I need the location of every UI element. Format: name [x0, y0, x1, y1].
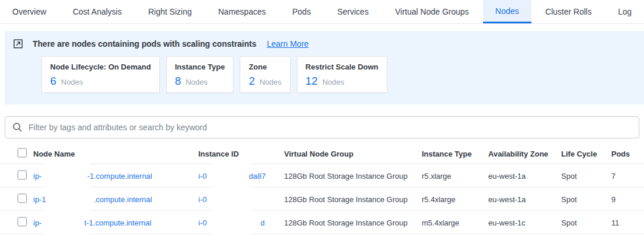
virtual-node-group-cell: 128Gb Root Storage Instance Group [284, 218, 408, 227]
node-name-link[interactable]: ip-1.compute.internal [33, 195, 152, 203]
life-cycle-cell: Spot [561, 195, 577, 203]
col-virtual-node-group: Virtual Node Group [284, 149, 354, 158]
learn-more-link[interactable]: Learn More [267, 39, 309, 48]
constraint-cards: Node Lifecycle: On Demand 6 Nodes Instan… [41, 56, 635, 93]
card-label: Zone [249, 63, 281, 71]
instance-type-cell: r5.xlarge [422, 171, 452, 180]
scaling-constraints-banner: There are nodes containing pods with sca… [5, 31, 644, 105]
card-node-lifecycle[interactable]: Node Lifecycle: On Demand 6 Nodes [41, 56, 160, 93]
row-checkbox[interactable] [18, 193, 27, 203]
redaction-overlay [212, 186, 251, 212]
row-checkbox[interactable] [18, 217, 27, 226]
card-label: Instance Type [175, 63, 225, 71]
col-availability-zone: Availability Zone [488, 149, 548, 158]
external-link-icon [13, 39, 23, 49]
filter-search-bar[interactable] [5, 116, 639, 138]
availability-zone-cell: eu-west-1a [488, 171, 526, 180]
tab-cluster-rolls[interactable]: Cluster Rolls [533, 0, 604, 23]
col-pods: Pods [611, 149, 630, 158]
card-instance-type[interactable]: Instance Type 8 Nodes [166, 56, 234, 93]
redacted-text-gap [206, 224, 260, 225]
tab-right-sizing[interactable]: Right Sizing [136, 0, 204, 23]
card-zone[interactable]: Zone 2 Nodes [240, 56, 290, 93]
node-name-link[interactable]: ip--1.compute.internal [33, 171, 152, 180]
life-cycle-cell: Spot [561, 218, 577, 227]
card-unit: Nodes [323, 78, 345, 86]
virtual-node-group-cell: 128Gb Root Storage Instance Group [284, 195, 408, 203]
col-node-name: Node Name [33, 149, 75, 158]
redacted-text-gap [41, 224, 84, 225]
col-instance-id: Instance ID [198, 149, 239, 158]
tab-virtual-node-groups[interactable]: Virtual Node Groups [383, 0, 481, 23]
col-life-cycle: Life Cycle [561, 149, 597, 158]
instance-type-cell: r5.4xlarge [422, 195, 456, 203]
availability-zone-cell: eu-west-1a [488, 195, 526, 203]
select-all-checkbox[interactable] [18, 148, 27, 157]
row-checkbox[interactable] [18, 170, 27, 179]
tab-namespaces[interactable]: Namespaces [206, 0, 278, 23]
table-row: ip-t-1.compute.internal i-0d 128Gb Root … [0, 211, 644, 234]
instance-type-cell: m5.4xlarge [422, 218, 459, 227]
card-unit: Nodes [186, 78, 208, 86]
col-instance-type: Instance Type [422, 149, 472, 158]
banner-message: There are nodes containing pods with sca… [33, 39, 257, 48]
pods-cell: 9 [611, 195, 615, 203]
tab-pods[interactable]: Pods [280, 0, 323, 23]
card-count: 6 [50, 75, 57, 86]
filter-search-input[interactable] [29, 123, 632, 132]
tab-cost-analysis[interactable]: Cost Analysis [61, 0, 134, 23]
card-restrict-scale-down[interactable]: Restrict Scale Down 12 Nodes [297, 56, 387, 93]
redacted-text-gap [41, 178, 87, 178]
table-header-row: Node Name Instance ID Virtual Node Group… [0, 143, 644, 164]
card-label: Restrict Scale Down [306, 63, 379, 71]
pods-cell: 7 [611, 171, 615, 180]
availability-zone-cell: eu-west-1c [488, 218, 526, 227]
instance-id-link[interactable]: i-0d [198, 218, 265, 227]
redacted-text-gap [46, 201, 94, 202]
life-cycle-cell: Spot [561, 171, 577, 180]
card-count: 12 [306, 75, 318, 86]
card-count: 8 [175, 75, 181, 86]
pods-cell: 11 [611, 218, 620, 227]
banner-header: There are nodes containing pods with sca… [13, 39, 635, 49]
table-row: ip-1.compute.internal i-0 128Gb Root Sto… [0, 188, 644, 211]
node-name-link[interactable]: ip-t-1.compute.internal [33, 218, 151, 227]
tab-services[interactable]: Services [325, 0, 381, 23]
card-unit: Nodes [260, 78, 282, 86]
search-icon [12, 122, 23, 133]
instance-id-link[interactable]: i-0 [198, 195, 206, 203]
tab-overview[interactable]: Overview [0, 0, 58, 23]
nodes-table: Node Name Instance ID Virtual Node Group… [0, 143, 644, 234]
virtual-node-group-cell: 128Gb Root Storage Instance Group [284, 171, 408, 180]
tab-nodes[interactable]: Nodes [483, 0, 531, 23]
tab-log[interactable]: Log [606, 0, 644, 23]
table-row: ip--1.compute.internal i-0da87 128Gb Roo… [0, 164, 644, 188]
instance-id-link[interactable]: i-0da87 [198, 171, 265, 180]
card-label: Node Lifecycle: On Demand [50, 63, 151, 71]
redacted-text-gap [206, 178, 249, 178]
cluster-tab-bar: Overview Cost Analysis Right Sizing Name… [0, 0, 644, 24]
card-unit: Nodes [61, 78, 83, 86]
card-count: 2 [249, 75, 255, 86]
